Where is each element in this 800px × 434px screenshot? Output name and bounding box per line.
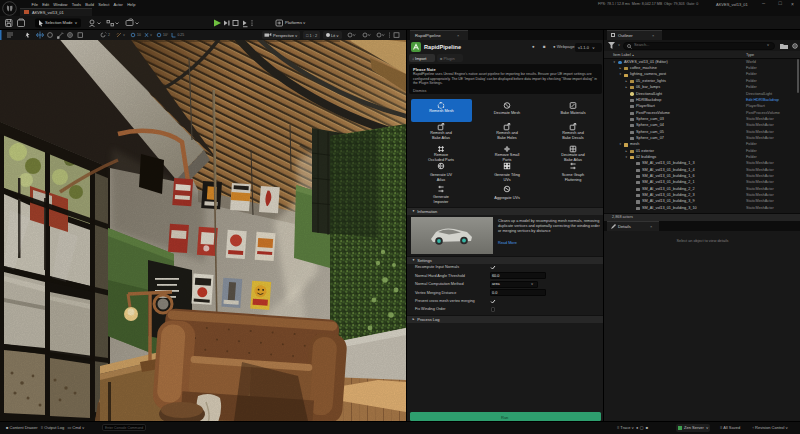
svg-text:˅: ˅ [123,33,125,37]
svg-text:˅: ˅ [150,33,152,37]
svg-text:2: 2 [108,33,110,37]
svg-text:0.25: 0.25 [178,33,185,37]
svg-text:10: 10 [137,33,141,37]
svg-text:10°: 10° [163,33,169,37]
